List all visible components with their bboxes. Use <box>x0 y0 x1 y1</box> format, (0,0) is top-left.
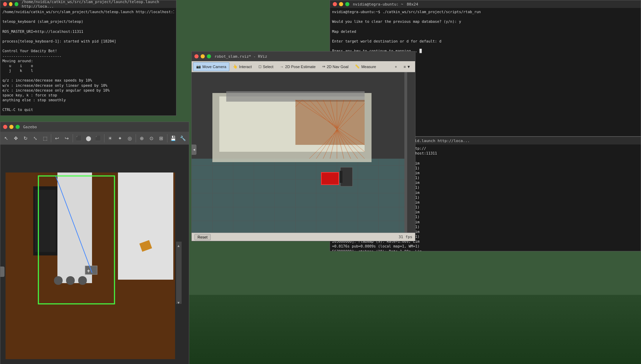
log-line: process[teleop_keyboard-1]: started with… <box>2 39 174 44</box>
gazebo-toolbar: ↖ ✥ ↻ ⤡ ⬚ ↩ ↪ ⬛ ⬤ ⬛ ☀ ✦ ◎ ⊕ ⊙ ⊞ 💾 🔧 <box>0 132 189 145</box>
scale-tool-btn[interactable]: ⤡ <box>31 133 40 143</box>
measure-btn[interactable]: 📏 Measure <box>352 62 379 71</box>
fps-display: 31 fps <box>399 235 412 239</box>
gazebo-viewport[interactable]: + ▲ ▼ <box>0 145 189 364</box>
rviz-scene-svg <box>192 72 415 233</box>
gazebo-scene-svg: + ▲ ▼ <box>0 145 189 364</box>
measure-icon: 📏 <box>355 64 360 69</box>
terminal-topleft-title: /home/nvidia/catkin_ws/src/slam_project/… <box>22 0 173 9</box>
min-btn-topright[interactable] <box>339 2 343 6</box>
rviz-window: robot_slam.rviz* - RViz 📷 Move Camera 👆 … <box>191 51 415 241</box>
rviz-viewport[interactable]: ◀ <box>192 72 415 233</box>
svg-text:+: + <box>87 268 90 274</box>
add-panel-btn[interactable]: + <box>392 62 400 71</box>
log-line: nvidia@tegra-ubuntu:~$ ./catkin_ws/src/s… <box>332 9 639 14</box>
select-btn[interactable]: ◻ Select <box>255 62 277 71</box>
snap-btn[interactable]: ⊞ <box>157 133 166 143</box>
log-line: space key, k : force stop <box>2 93 174 97</box>
log-line: /home/nvidia/catkin_ws/src/slam_project/… <box>2 9 174 14</box>
log-line <box>332 24 639 29</box>
save-btn[interactable]: 💾 <box>169 133 178 143</box>
log-line: Map deleted <box>332 29 639 34</box>
undo-btn[interactable]: ↩ <box>53 133 62 143</box>
move-camera-btn[interactable]: 📷 Move Camera <box>193 62 229 71</box>
log-line <box>2 73 174 78</box>
rect-select-btn[interactable]: ⬚ <box>40 133 49 143</box>
log-line: ROS_MASTER_URI=http://localhost:11311 <box>2 29 174 34</box>
log-line: u i o <box>2 63 174 68</box>
rotate-tool-btn[interactable]: ↻ <box>21 133 30 143</box>
close-btn-topleft[interactable] <box>3 2 7 6</box>
light-btn[interactable]: ☀ <box>106 133 115 143</box>
log-line: =0.0176s pub=0.0009s (local map=1, WM=1) <box>332 244 639 249</box>
reset-btn[interactable]: Reset <box>194 234 211 240</box>
panel-options-btn[interactable]: ≡ ▼ <box>401 62 414 71</box>
nav-label: 2D Nav Goal <box>327 65 348 69</box>
log-line: w/x : increase/decrease only linear spee… <box>2 83 174 88</box>
toolbar-sep-2 <box>73 134 73 142</box>
close-btn-gazebo[interactable] <box>3 125 7 129</box>
cursor-tool-btn[interactable]: ↖ <box>2 133 11 143</box>
svg-text:▲: ▲ <box>177 244 180 248</box>
toolbar-sep-5 <box>167 134 167 142</box>
log-line <box>2 24 174 29</box>
min-btn-gazebo[interactable] <box>9 125 13 129</box>
log-line <box>2 102 174 107</box>
log-line: Moving around: <box>2 58 174 63</box>
move-tool-btn[interactable]: ✥ <box>11 133 20 143</box>
toolbar-sep-1 <box>51 134 51 142</box>
log-line: --------------------------- <box>2 54 174 58</box>
measure-label: Measure <box>361 65 376 69</box>
sun-btn[interactable]: ✦ <box>116 133 125 143</box>
max-btn-rviz[interactable] <box>207 54 211 58</box>
max-btn-topright[interactable] <box>345 2 349 6</box>
gazebo-title: Gazebo <box>23 125 37 129</box>
svg-rect-4 <box>118 172 173 280</box>
gazebo-scene: + ▲ ▼ <box>0 145 189 364</box>
rviz-title: robot_slam.rviz* - RViz <box>214 54 267 59</box>
terminal-topright-title: nvidia@tegra-ubuntu: ~ <box>353 2 403 7</box>
terminal-topright-subtitle: 80x24 <box>407 2 418 7</box>
select-label: Select <box>263 65 274 69</box>
close-btn-rviz[interactable] <box>194 54 199 58</box>
translate-btn[interactable]: ⊕ <box>137 133 146 143</box>
rviz-toolbar: 📷 Move Camera 👆 Interact ◻ Select → 2D P… <box>192 61 415 72</box>
nav-goal-btn[interactable]: ⇒ 2D Nav Goal <box>319 62 351 71</box>
pose-icon: → <box>280 65 284 69</box>
sphere-btn[interactable]: ⬤ <box>84 133 93 143</box>
svg-rect-56 <box>404 72 407 233</box>
svg-rect-55 <box>340 171 342 183</box>
close-btn-topright[interactable] <box>333 2 337 6</box>
min-btn-topleft[interactable] <box>9 2 13 6</box>
terminal-topleft-content: /home/nvidia/catkin_ws/src/slam_project/… <box>0 8 176 115</box>
interact-label: Interact <box>239 65 252 69</box>
log-line: Enter target world destination or d for … <box>332 39 639 44</box>
select-icon: ◻ <box>258 64 262 69</box>
interact-btn[interactable]: 👆 Interact <box>230 62 255 71</box>
rotate2-btn[interactable]: ⊙ <box>147 133 156 143</box>
terminal-topleft-titlebar: /home/nvidia/catkin_ws/src/slam_project/… <box>0 0 176 8</box>
min-btn-rviz[interactable] <box>201 54 205 58</box>
svg-rect-12 <box>54 276 63 285</box>
log-line <box>332 34 639 39</box>
log-line <box>332 44 639 48</box>
panel-toggle-btn[interactable]: ◀ <box>192 144 196 155</box>
gazebo-side-handle[interactable] <box>0 267 4 277</box>
max-btn-gazebo[interactable] <box>16 125 20 129</box>
camera-icon: 📷 <box>196 64 201 69</box>
cylinder-btn[interactable]: ⬛ <box>94 133 103 143</box>
svg-marker-20 <box>192 159 406 233</box>
build-btn[interactable]: 🔧 <box>178 133 187 143</box>
pose-label: 2D Pose Estimate <box>285 65 315 69</box>
toolbar-sep-3 <box>104 134 104 142</box>
log-line: anything else : stop smoothly <box>2 97 174 102</box>
pose-estimate-btn[interactable]: → 2D Pose Estimate <box>277 62 319 71</box>
spot-btn[interactable]: ◎ <box>125 133 134 143</box>
log-line <box>2 44 174 48</box>
redo-btn[interactable]: ↪ <box>62 133 71 143</box>
log-line: 567000000]: rtabmap (10): Rate=1.00s, Li… <box>332 249 639 251</box>
max-btn-topleft[interactable] <box>15 2 18 6</box>
box-btn[interactable]: ⬛ <box>74 133 83 143</box>
terminal-topright-titlebar: nvidia@tegra-ubuntu: ~ 80x24 <box>330 0 641 8</box>
log-line <box>2 34 174 39</box>
